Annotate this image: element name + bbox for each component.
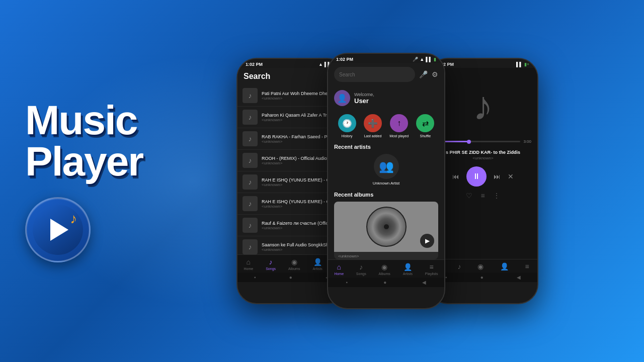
close-button[interactable]: ✕ <box>508 172 514 180</box>
title-section: Music Player ♪ <box>0 79 211 283</box>
note-icon: ♪ <box>249 113 252 121</box>
nav-label: Home <box>334 272 344 276</box>
song-thumb: ♪ <box>243 153 258 168</box>
user-avatar: 👤 <box>334 90 350 106</box>
nav-playlists-2[interactable]: ≡ Playlists <box>425 263 438 276</box>
last-added-icon: ➕ <box>364 114 382 132</box>
nav-songs[interactable]: ♪ Songs <box>266 258 276 270</box>
note-icon: ♪ <box>249 243 252 251</box>
previous-button[interactable]: ⏮ <box>452 172 459 180</box>
song-thumb: ♪ <box>243 88 258 103</box>
vinyl-center <box>383 224 389 230</box>
nav-songs-2[interactable]: ♪ Songs <box>356 263 366 276</box>
note-icon: ♪ <box>249 92 252 100</box>
artists-icon-2: 👤 <box>404 263 412 271</box>
nav-home-2[interactable]: ⌂ Home <box>334 263 344 276</box>
next-button[interactable]: ⏭ <box>494 172 501 180</box>
nav-artists-3[interactable]: 👤 <box>500 262 509 270</box>
search-box[interactable]: Search <box>334 67 415 82</box>
circle-btn[interactable]: ● <box>289 275 292 280</box>
status-icons-2: 🎤 ▲ ▌▌ ▮ <box>413 57 436 62</box>
note-icon: ♪ <box>249 135 252 143</box>
nav-label: Albums <box>379 272 390 276</box>
microphone-icon[interactable]: 🎤 <box>419 70 428 78</box>
nav-songs-3[interactable]: ♪ <box>457 262 461 270</box>
square-btn[interactable]: ▪ <box>254 275 256 280</box>
nav-label: Songs <box>266 267 276 270</box>
android-nav-2: ▪ ● ◀ <box>328 278 444 287</box>
nav-label: Albums <box>288 267 300 270</box>
back-btn-2[interactable]: ◀ <box>422 280 426 285</box>
search-placeholder: Search <box>339 72 355 77</box>
bottom-nav-2: ⌂ Home ♪ Songs ◉ Albums 👤 Artists ≡ P <box>328 259 444 278</box>
nav-playlists-3[interactable]: ≡ <box>525 262 529 270</box>
player-controls: ⏮ ⏸ ⏭ ✕ <box>452 166 514 187</box>
nav-label: Songs <box>356 272 366 276</box>
search-title-1: Search <box>244 72 270 81</box>
artist-item[interactable]: 👥 Unknown Artist <box>334 154 438 186</box>
most-played-action[interactable]: ↑ Most played <box>389 114 409 138</box>
nav-albums-2[interactable]: ◉ Albums <box>379 263 390 276</box>
album-card[interactable]: ▶ <unknown> <box>334 202 438 259</box>
extra-controls: ♡ ≡ ⋮ <box>466 192 500 200</box>
nav-home[interactable]: ⌂ Home <box>244 258 254 270</box>
note-icon: ♪ <box>249 200 252 208</box>
user-name: User <box>354 97 374 105</box>
circle-btn-3[interactable]: ● <box>480 275 484 280</box>
app-logo: ♪ <box>25 197 91 262</box>
artists-icon-3: 👤 <box>500 262 509 270</box>
album-art: ▶ <box>334 202 438 252</box>
progress-time: 3:00 <box>523 139 531 144</box>
notch-2 <box>371 54 401 63</box>
home-icon-2: ⌂ <box>337 263 341 271</box>
nav-label: Playlists <box>425 272 438 276</box>
notch-1 <box>277 59 307 68</box>
quick-actions: 🕐 History ➕ Last added ↑ Most played ⇄ S… <box>328 110 444 144</box>
back-btn-3[interactable]: ◀ <box>517 275 521 280</box>
artists-row: 👥 Unknown Artist <box>328 154 444 192</box>
song-thumb: ♪ <box>243 218 258 233</box>
last-added-label: Last added <box>364 134 382 138</box>
signal-icon-2: ▌▌ <box>426 57 432 62</box>
playlists-icon-2: ≡ <box>430 263 434 271</box>
circle-btn-2[interactable]: ● <box>383 280 386 285</box>
welcome-section: 👤 Welcome, User <box>328 86 444 110</box>
player-song-artist: <unknown> <box>472 156 493 160</box>
settings-icon[interactable]: ⚙ <box>432 70 438 78</box>
equalizer-icon[interactable]: ≡ <box>480 192 485 200</box>
progress-dot <box>467 140 471 144</box>
pause-button[interactable]: ⏸ <box>466 166 487 187</box>
nav-artists[interactable]: 👤 Artists <box>312 258 322 270</box>
music-note-large-icon: ♪ <box>473 83 493 129</box>
song-thumb: ♪ <box>243 131 258 146</box>
progress-bar[interactable] <box>435 141 520 142</box>
most-played-icon: ↑ <box>390 114 408 132</box>
album-label: <unknown> <box>334 252 438 259</box>
playlists-icon-3: ≡ <box>525 262 529 270</box>
player-song-title: s PHIR SE ZIDD KAR- to the Ziddis <box>446 150 520 155</box>
note-icon: ♪ <box>249 221 252 229</box>
album-play-button[interactable]: ▶ <box>420 234 434 248</box>
notch-3 <box>468 59 498 68</box>
artist-name: Unknown Artist <box>373 181 399 186</box>
recent-artists-title: Recent artists <box>328 144 444 154</box>
heart-icon[interactable]: ♡ <box>466 192 472 200</box>
mic-status-icon: 🎤 <box>413 57 418 62</box>
nav-albums-3[interactable]: ◉ <box>477 262 484 270</box>
progress-container: 3:00 <box>435 139 531 144</box>
battery-icon-3: ▮+ <box>524 62 529 67</box>
time-2: 1:02 PM <box>336 57 353 62</box>
shuffle-action[interactable]: ⇄ Shuffle <box>416 114 434 138</box>
shuffle-icon: ⇄ <box>416 114 434 132</box>
history-action[interactable]: 🕐 History <box>338 114 356 138</box>
note-icon: ♪ <box>249 156 252 164</box>
nav-albums[interactable]: ◉ Albums <box>288 258 300 270</box>
square-btn-2[interactable]: ▪ <box>346 280 348 285</box>
more-icon[interactable]: ⋮ <box>493 192 500 200</box>
song-thumb: ♪ <box>243 239 258 254</box>
square-btn-3[interactable]: ▪ <box>445 275 447 280</box>
nav-artists-2[interactable]: 👤 Artists <box>403 263 413 276</box>
welcome-greeting: Welcome, <box>354 92 374 97</box>
last-added-action[interactable]: ➕ Last added <box>364 114 382 138</box>
phones-container: 1:02 PM ▲ ▌▌▌ ▮ Search ⊞ ≡ ♪ Pat <box>211 0 644 362</box>
